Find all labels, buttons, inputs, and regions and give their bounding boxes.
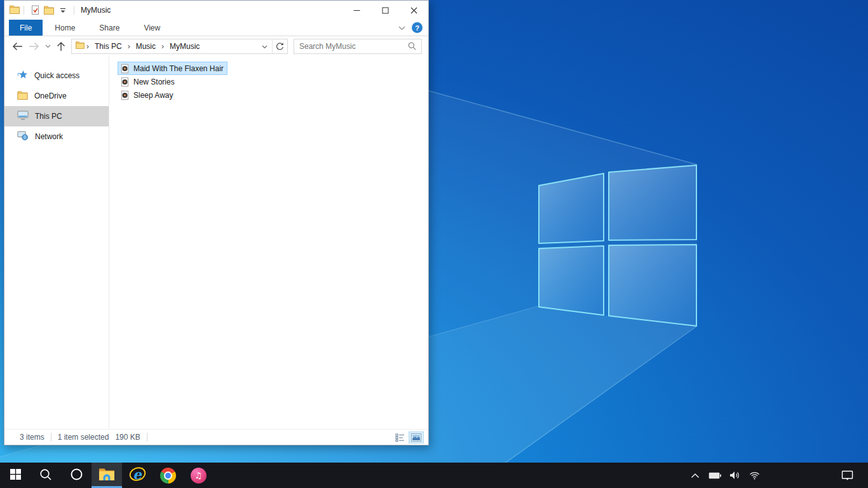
new-folder-button[interactable] — [42, 3, 56, 17]
status-bar: 3 items 1 item selected 190 KB — [4, 429, 428, 445]
large-thumbnails-view-button[interactable] — [409, 431, 424, 444]
sidebar-item-onedrive[interactable]: OneDrive — [4, 86, 109, 106]
file-list: Maid With The Flaxen Hair New Stories Sl… — [109, 57, 428, 429]
sidebar-item-label: This PC — [35, 112, 62, 121]
file-item[interactable]: Maid With The Flaxen Hair — [118, 62, 227, 75]
up-button[interactable] — [57, 41, 65, 51]
selection-count: 1 item selected — [51, 433, 116, 442]
search-box — [294, 39, 422, 54]
audio-file-icon — [120, 90, 130, 100]
address-bar[interactable]: › This PC › Music › MyMusic — [71, 39, 288, 54]
help-button[interactable]: ? — [412, 22, 423, 33]
tab-file[interactable]: File — [9, 20, 43, 36]
title-bar: MyMusic — [4, 1, 428, 20]
forward-button[interactable] — [29, 42, 39, 51]
navigation-bar: › This PC › Music › MyMusic — [4, 36, 428, 56]
sidebar-item-label: Quick access — [34, 71, 79, 80]
ribbon-tab-bar: File Home Share View ? — [4, 20, 428, 36]
breadcrumb-music[interactable]: Music — [132, 42, 159, 51]
customize-quick-access-button[interactable] — [56, 3, 70, 17]
breadcrumb-separator: › — [161, 42, 165, 51]
itunes-icon: ♫ — [191, 468, 207, 484]
window-title: MyMusic — [81, 6, 111, 15]
refresh-button[interactable] — [272, 39, 287, 53]
details-view-button[interactable] — [392, 431, 407, 444]
system-tray — [688, 463, 868, 488]
wifi-icon[interactable] — [747, 463, 762, 488]
file-item[interactable]: New Stories — [118, 75, 179, 88]
audio-file-icon — [120, 77, 130, 87]
taskbar-itunes-button[interactable]: ♫ — [183, 463, 214, 488]
file-explorer-window: MyMusic File Home Share View ? — [4, 0, 429, 445]
windows-logo-icon — [10, 469, 21, 482]
search-icon — [39, 468, 52, 483]
cortana-circle-icon — [71, 468, 83, 482]
minimize-button[interactable] — [342, 1, 371, 20]
taskbar: e ♫ — [0, 463, 868, 488]
search-input[interactable] — [294, 42, 408, 51]
tab-share[interactable]: Share — [87, 20, 132, 36]
sidebar-item-quick-access[interactable]: Quick access — [4, 65, 109, 86]
address-folder-icon — [76, 41, 85, 51]
navigation-pane: Quick access OneDrive This PC Network — [4, 57, 109, 429]
start-button[interactable] — [0, 463, 31, 488]
recent-locations-chevron-icon[interactable] — [45, 44, 51, 48]
search-icon[interactable] — [408, 42, 421, 50]
window-controls — [342, 1, 428, 20]
breadcrumb-separator: › — [127, 42, 131, 51]
action-center-icon[interactable] — [839, 463, 855, 488]
battery-icon[interactable] — [707, 463, 722, 488]
audio-file-icon — [120, 64, 130, 74]
chrome-icon — [160, 468, 176, 484]
hidden-icons-chevron-icon[interactable] — [688, 463, 703, 488]
toolbar-divider — [74, 6, 74, 15]
address-dropdown-chevron-icon[interactable] — [257, 42, 272, 51]
breadcrumb-separator: › — [86, 42, 90, 51]
maximize-button[interactable] — [371, 1, 400, 20]
quick-access-star-icon — [17, 70, 28, 82]
items-count: 3 items — [4, 433, 51, 442]
file-item[interactable]: Sleep Away — [118, 88, 177, 102]
sidebar-item-label: Network — [35, 132, 63, 141]
window-content: Quick access OneDrive This PC Network — [4, 57, 428, 429]
file-explorer-icon — [98, 467, 115, 484]
tab-home[interactable]: Home — [43, 20, 87, 36]
onedrive-folder-icon — [17, 91, 28, 102]
taskbar-file-explorer-button[interactable] — [92, 463, 122, 488]
close-button[interactable] — [400, 1, 428, 20]
taskbar-search-button[interactable] — [31, 463, 61, 488]
selection-size: 190 KB — [115, 433, 140, 442]
breadcrumb: › This PC › Music › MyMusic — [72, 41, 257, 51]
internet-explorer-icon: e — [129, 466, 146, 485]
status-divider — [147, 433, 147, 442]
volume-icon[interactable] — [727, 463, 742, 488]
tab-view[interactable]: View — [132, 20, 172, 36]
taskbar-internet-explorer-button[interactable]: e — [122, 463, 153, 488]
breadcrumb-mymusic[interactable]: MyMusic — [166, 42, 203, 51]
sidebar-item-this-pc[interactable]: This PC — [4, 106, 109, 126]
cortana-button[interactable] — [61, 463, 92, 488]
network-icon — [17, 131, 29, 142]
this-pc-monitor-icon — [17, 111, 29, 122]
back-button[interactable] — [12, 42, 23, 51]
sidebar-item-network[interactable]: Network — [4, 126, 109, 147]
breadcrumb-this-pc[interactable]: This PC — [91, 42, 126, 51]
taskbar-chrome-button[interactable] — [153, 463, 183, 488]
properties-button[interactable] — [28, 3, 42, 17]
toolbar-divider — [24, 6, 24, 15]
sidebar-item-label: OneDrive — [34, 92, 67, 100]
expand-ribbon-chevron-icon[interactable] — [398, 24, 405, 32]
window-folder-icon — [10, 5, 20, 16]
view-toggles — [392, 431, 428, 444]
